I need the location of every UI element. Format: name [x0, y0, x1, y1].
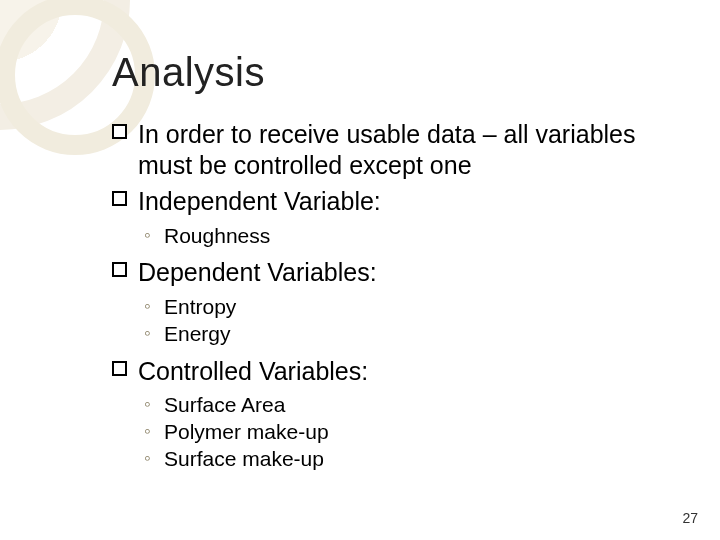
square-bullet-icon — [112, 361, 127, 376]
slide-content: Analysis In order to receive usable data… — [112, 50, 680, 481]
bullet-text: In order to receive usable data – all va… — [138, 120, 636, 179]
square-bullet-icon — [112, 262, 127, 277]
sub-item: ◦ Entropy — [144, 294, 680, 321]
sub-text: Polymer make-up — [164, 420, 329, 443]
square-bullet-icon — [112, 124, 127, 139]
bullet-dependent: Dependent Variables: — [138, 257, 680, 288]
sub-list-controlled: ◦ Surface Area ◦ Polymer make-up ◦ Surfa… — [138, 392, 680, 473]
bullet-intro: In order to receive usable data – all va… — [138, 119, 680, 180]
sub-item: ◦ Polymer make-up — [144, 419, 680, 446]
square-bullet-icon — [112, 191, 127, 206]
bullet-list: In order to receive usable data – all va… — [112, 119, 680, 473]
page-number: 27 — [682, 510, 698, 526]
bullet-text: Controlled Variables: — [138, 357, 368, 385]
sub-item: ◦ Surface Area — [144, 392, 680, 419]
bullet-independent: Independent Variable: — [138, 186, 680, 217]
sub-text: Surface Area — [164, 393, 285, 416]
sub-item: ◦ Roughness — [144, 223, 680, 250]
open-bullet-icon: ◦ — [144, 392, 151, 416]
slide-title: Analysis — [112, 50, 680, 95]
sub-text: Energy — [164, 322, 231, 345]
bullet-text: Independent Variable: — [138, 187, 381, 215]
sub-item: ◦ Surface make-up — [144, 446, 680, 473]
sub-text: Roughness — [164, 224, 270, 247]
sub-list-dependent: ◦ Entropy ◦ Energy — [138, 294, 680, 348]
open-bullet-icon: ◦ — [144, 223, 151, 247]
bullet-text: Dependent Variables: — [138, 258, 377, 286]
sub-text: Entropy — [164, 295, 236, 318]
bullet-controlled: Controlled Variables: — [138, 356, 680, 387]
sub-list-independent: ◦ Roughness — [138, 223, 680, 250]
open-bullet-icon: ◦ — [144, 446, 151, 470]
open-bullet-icon: ◦ — [144, 321, 151, 345]
sub-text: Surface make-up — [164, 447, 324, 470]
open-bullet-icon: ◦ — [144, 294, 151, 318]
corner-decoration — [0, 0, 130, 130]
open-bullet-icon: ◦ — [144, 419, 151, 443]
sub-item: ◦ Energy — [144, 321, 680, 348]
